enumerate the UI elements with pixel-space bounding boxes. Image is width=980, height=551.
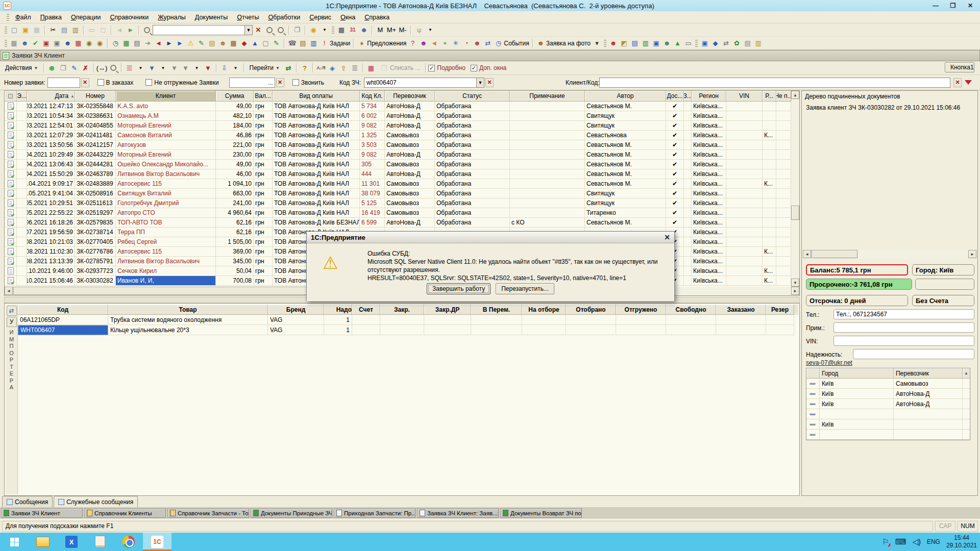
goods-col-naotb[interactable]: На отборе bbox=[522, 305, 566, 315]
print-icon[interactable]: ▭ bbox=[86, 24, 97, 36]
goods-col-zakaz[interactable]: Заказано bbox=[716, 305, 766, 315]
reliability-input[interactable] bbox=[853, 349, 974, 359]
pin-icon[interactable]: ◆ bbox=[710, 38, 721, 49]
coins-plus-icon[interactable]: + bbox=[439, 38, 450, 49]
col-header-pay[interactable]: Вид оплаты bbox=[273, 91, 360, 102]
goods-col-svob[interactable]: Свободно bbox=[666, 305, 716, 315]
sep[interactable] bbox=[532, 39, 533, 48]
menu-item[interactable]: Отчеты bbox=[232, 12, 263, 22]
goods-col-otobr[interactable]: Отобрано bbox=[566, 305, 616, 315]
output-list-icon[interactable]: ⇩ bbox=[219, 62, 230, 73]
docs2-icon[interactable]: ▤ bbox=[742, 38, 753, 49]
toolbar-grip[interactable] bbox=[7, 13, 9, 22]
find-prev-icon[interactable] bbox=[275, 24, 286, 36]
message-tab[interactable]: Служебные сообщения bbox=[54, 496, 138, 507]
mdi-window-button[interactable]: Приходная Запчасти: Пр...:51 bbox=[334, 508, 415, 518]
checkbox-detail[interactable]: ✓Подробно bbox=[428, 64, 465, 71]
sep[interactable] bbox=[284, 39, 285, 48]
taskbar-explorer-icon[interactable] bbox=[29, 533, 57, 551]
doc-gray-icon[interactable]: ▤ bbox=[132, 38, 142, 49]
tree-icon[interactable]: ☰ bbox=[349, 62, 360, 73]
phone-icon[interactable]: ☎ bbox=[287, 38, 298, 49]
grip[interactable] bbox=[604, 39, 606, 48]
goods-col-vperem[interactable]: В Перем. bbox=[471, 305, 522, 315]
monitor-red-icon[interactable]: ▣ bbox=[41, 38, 52, 49]
arrow-blue-doc-icon[interactable]: ► bbox=[164, 38, 175, 49]
menu-item[interactable]: Сервис bbox=[305, 12, 336, 22]
gauge-icon[interactable]: ◔ bbox=[461, 38, 472, 49]
goods-col-otgr[interactable]: Отгружено bbox=[616, 305, 666, 315]
list-settings-icon[interactable]: ☰ bbox=[124, 62, 135, 73]
table-row[interactable]: 20.04.2021 15:50:29 ЗК-02463789 Литвинов… bbox=[5, 169, 799, 179]
carrier-col-carrier[interactable]: Перевозчик bbox=[894, 368, 963, 379]
caret-icon[interactable]: ▼ bbox=[135, 62, 146, 73]
col-header-code[interactable]: Код Кл. bbox=[360, 91, 385, 102]
col-header-num[interactable]: Номер bbox=[75, 91, 116, 102]
goto-button[interactable]: Перейти▼ bbox=[247, 62, 283, 73]
user-blue-icon[interactable]: ☻ bbox=[19, 38, 30, 49]
table-row[interactable]: 10.05.2021 9:41:04 ЗК-02508916 Свитящук … bbox=[5, 189, 799, 198]
redo-icon[interactable]: ► bbox=[125, 24, 136, 36]
up-green-icon[interactable]: ▲ bbox=[672, 38, 683, 49]
menu-item[interactable]: Правка bbox=[36, 12, 66, 22]
v-scrollbar[interactable]: ▲ ▼ bbox=[791, 91, 799, 287]
person-color-icon[interactable]: ☻ bbox=[418, 38, 429, 49]
scroll-right-icon[interactable]: ► bbox=[791, 287, 799, 295]
help-icon[interactable]: ? bbox=[299, 62, 310, 73]
flag-red-icon[interactable]: ◆ bbox=[239, 38, 250, 49]
network-icon[interactable]: ⌨ bbox=[895, 537, 906, 546]
maximize-button[interactable]: ❐ bbox=[945, 1, 961, 10]
side-tab-u[interactable]: У bbox=[7, 317, 17, 327]
table-row[interactable]: 31.03.2021 12:07:29 ЗК-02411481 Самсонов… bbox=[5, 131, 799, 140]
dialog-close-icon[interactable]: ✕ bbox=[664, 233, 670, 241]
arrow-blue2-icon[interactable]: ► bbox=[175, 38, 185, 49]
goods-col-need[interactable]: Надо bbox=[324, 305, 352, 315]
col-header-np[interactable]: Не п... bbox=[776, 91, 791, 102]
col-header-z[interactable]: З... bbox=[684, 91, 692, 102]
taskbar-blue-app-icon[interactable]: X bbox=[57, 533, 86, 551]
person-out-icon[interactable]: ☻ bbox=[472, 38, 482, 49]
message-tab[interactable]: Сообщения bbox=[2, 496, 53, 507]
table-row[interactable]: 13.04.2021 13:06:43 ЗК-02444281 Ошейко О… bbox=[5, 160, 799, 169]
calendar-icon[interactable]: 31 bbox=[347, 24, 358, 36]
col-header-dos[interactable]: Дос... bbox=[666, 91, 684, 102]
invoice-icon[interactable]: ▤ bbox=[629, 38, 640, 49]
phone-input[interactable]: Тел.:, 0671234567 bbox=[834, 309, 974, 319]
table-green-icon[interactable]: ▦ bbox=[121, 38, 132, 49]
client-code-input[interactable] bbox=[599, 78, 950, 88]
person-red-icon[interactable]: ☻ bbox=[608, 38, 619, 49]
part-code-combo[interactable]: wht006407 ▼ bbox=[364, 78, 484, 88]
table-row[interactable]: 12.05.2021 22:55:22 ЗК-02519297 Автопро … bbox=[5, 208, 799, 218]
search-in-list-icon[interactable] bbox=[108, 62, 119, 73]
undo-icon[interactable]: ◄ bbox=[114, 24, 125, 36]
part-code-dropdown-icon[interactable]: ▼ bbox=[476, 78, 484, 88]
list-yellow-icon[interactable]: ▤ bbox=[207, 38, 217, 49]
toolbar-grip[interactable] bbox=[5, 26, 7, 35]
grid-brown-icon[interactable]: ▦ bbox=[228, 38, 239, 49]
col-header-note[interactable]: Примечание bbox=[510, 91, 585, 102]
restart-button[interactable]: Перезапустить... bbox=[496, 283, 554, 294]
client-filter-input[interactable]: ... bbox=[229, 78, 275, 88]
col-header-status[interactable]: Статус bbox=[435, 91, 510, 102]
memory-mplus-button[interactable]: M+ bbox=[386, 24, 397, 36]
offers-icon[interactable]: ♦ Предложения bbox=[356, 38, 407, 49]
checkbox-in-orders[interactable]: В заказах bbox=[97, 79, 134, 86]
camera-icon[interactable]: ◉ bbox=[84, 38, 94, 49]
money-icon[interactable]: ▥ bbox=[640, 38, 651, 49]
mdi-window-button[interactable]: Документы Приходные ЗЧ bbox=[251, 508, 332, 518]
taskbar-document-app-icon[interactable] bbox=[86, 533, 114, 551]
table-row[interactable]: 28.04.2021 9:09:17 ЗК-02483889 Автосерви… bbox=[5, 179, 799, 189]
carrier-row[interactable] bbox=[806, 409, 970, 419]
clock-icon[interactable]: ◷ bbox=[110, 38, 121, 49]
sep[interactable] bbox=[353, 39, 354, 48]
mdi-window-button[interactable]: Справочник Клиенты bbox=[84, 508, 166, 518]
checkbox-not-shipped[interactable]: Не отгруженые Заявки bbox=[145, 79, 218, 86]
events-icon[interactable]: ◷ События bbox=[493, 38, 530, 49]
menu-item[interactable]: Справочники bbox=[105, 12, 153, 22]
part-code-input[interactable]: wht006407 bbox=[364, 78, 476, 88]
carrier-row[interactable]: Київ АвтоНова-Д bbox=[806, 389, 970, 399]
writeoff-button[interactable]: ❐Списать ... bbox=[377, 62, 423, 73]
memory-mminus-button[interactable]: M- bbox=[397, 24, 408, 36]
scroll-left-icon[interactable]: ◄ bbox=[803, 250, 811, 258]
table-row[interactable]: 29.03.2021 12:54:01 ЗК-02404855 Моторный… bbox=[5, 121, 799, 131]
